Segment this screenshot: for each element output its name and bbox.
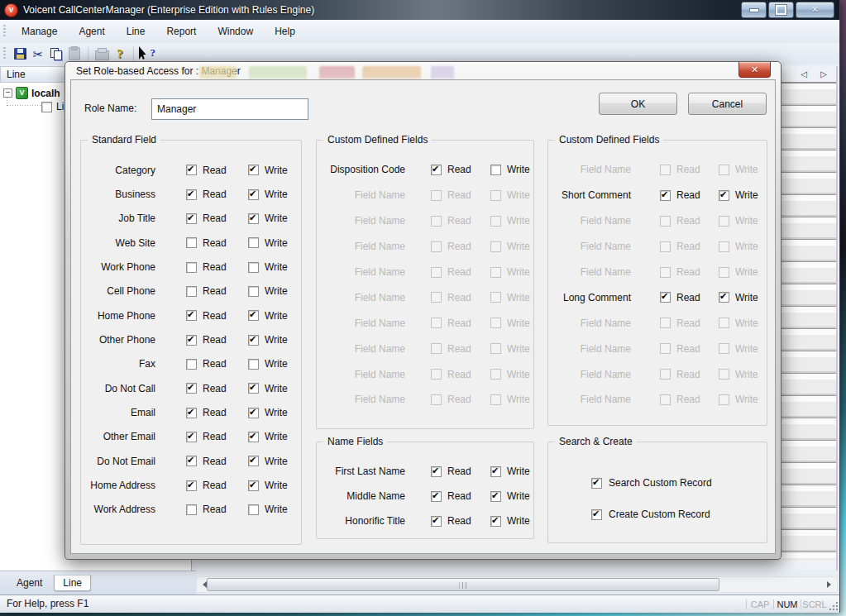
help-button[interactable]: ?	[111, 45, 129, 62]
option-create-custom-record[interactable]: ✔Create Custom Record	[591, 509, 710, 520]
write-checkbox	[490, 318, 501, 328]
field-label: Field Name	[548, 164, 660, 175]
write-checkbox[interactable]: ✔	[248, 165, 259, 175]
desktop: V Voicent CallCenterManager (Enterprise …	[0, 0, 846, 616]
background-tab	[319, 66, 355, 79]
cut-button[interactable]: ✂	[29, 45, 47, 62]
collapse-icon[interactable]: −	[3, 88, 12, 98]
toolbar-grip	[3, 25, 6, 38]
read-checkbox[interactable]: ✔	[186, 432, 197, 442]
menu-item-line[interactable]: Line	[116, 21, 156, 43]
check-mark-icon: ✔	[249, 212, 256, 223]
check-mark-icon: ✔	[187, 212, 194, 223]
context-help-button[interactable]: ?	[138, 45, 156, 62]
write-checkbox[interactable]: ✔	[490, 466, 501, 477]
tab-scroll-right-button[interactable]: ▷	[816, 68, 831, 80]
read-checkbox[interactable]: ✔	[431, 466, 442, 477]
write-checkbox[interactable]	[248, 359, 259, 370]
check-mark-icon: ✔	[249, 164, 256, 174]
field-label: Field Name	[548, 318, 660, 329]
read-checkbox[interactable]: ✔	[431, 165, 442, 175]
read-checkbox[interactable]: ✔	[431, 516, 442, 527]
write-checkbox[interactable]: ✔	[248, 213, 259, 224]
write-checkbox[interactable]: ✔	[248, 432, 259, 442]
write-checkbox[interactable]	[248, 286, 259, 297]
field-label: Home Phone	[81, 310, 186, 322]
tab-scroll-left-button[interactable]: ◁	[796, 68, 811, 80]
read-checkbox[interactable]: ✔	[186, 480, 197, 491]
check-mark-icon: ✔	[432, 164, 439, 174]
read-checkbox[interactable]	[186, 237, 197, 248]
scrollbar-thumb[interactable]	[207, 578, 719, 591]
horizontal-scrollbar[interactable]	[196, 576, 838, 593]
copy-button[interactable]	[47, 45, 65, 62]
option-search-custom-record[interactable]: ✔Search Custom Record	[591, 477, 712, 489]
menu-item-help[interactable]: Help	[264, 21, 306, 43]
menu-item-report[interactable]: Report	[155, 21, 207, 43]
write-checkbox[interactable]: ✔	[248, 480, 259, 491]
write-checkbox[interactable]	[248, 237, 259, 248]
tab-line[interactable]: Line	[54, 575, 91, 591]
read-checkbox[interactable]: ✔	[186, 310, 197, 321]
write-checkbox[interactable]: ✔	[490, 491, 501, 502]
write-checkbox[interactable]: ✔	[490, 516, 501, 527]
read-checkbox[interactable]: ✔	[186, 213, 197, 224]
role-name-input[interactable]	[151, 98, 308, 120]
write-checkbox[interactable]	[490, 165, 501, 175]
read-checkbox[interactable]	[186, 286, 197, 297]
ok-button[interactable]: OK	[599, 93, 677, 115]
write-checkbox[interactable]	[248, 262, 259, 273]
field-label: Fax	[81, 358, 186, 370]
scroll-right-button[interactable]	[822, 578, 836, 591]
read-checkbox[interactable]: ✔	[186, 408, 197, 418]
read-checkbox[interactable]	[186, 262, 197, 273]
search-custom-record-checkbox[interactable]: ✔	[591, 478, 602, 489]
menu-item-agent[interactable]: Agent	[68, 21, 115, 43]
write-checkbox	[719, 216, 729, 227]
read-checkbox[interactable]: ✔	[186, 165, 197, 175]
paste-button[interactable]	[65, 45, 84, 62]
save-button[interactable]	[11, 45, 29, 62]
create-custom-record-checkbox[interactable]: ✔	[591, 509, 602, 520]
write-checkbox[interactable]: ✔	[719, 190, 729, 201]
tree-item-localhost[interactable]: − V localh	[3, 87, 60, 99]
read-checkbox[interactable]: ✔	[186, 335, 197, 346]
field-row-job-title: Job Title✔Read✔Write	[81, 207, 301, 231]
tab-agent[interactable]: Agent	[8, 575, 50, 590]
write-checkbox[interactable]: ✔	[248, 408, 259, 418]
read-checkbox[interactable]: ✔	[186, 189, 197, 200]
menu-item-manage[interactable]: Manage	[11, 21, 68, 43]
read-checkbox[interactable]	[186, 359, 197, 370]
read-checkbox[interactable]: ✔	[660, 292, 671, 303]
tree-item-line[interactable]: Li	[41, 101, 64, 112]
write-checkbox[interactable]: ✔	[248, 189, 259, 200]
read-checkbox[interactable]	[186, 504, 197, 515]
custom-fields-group-2: Custom Defined Fields Field NameReadWrit…	[547, 140, 767, 426]
write-checkbox[interactable]: ✔	[248, 310, 259, 321]
read-checkbox[interactable]: ✔	[186, 383, 197, 394]
field-row-business: Business✔Read✔Write	[81, 182, 301, 206]
write-checkbox[interactable]: ✔	[248, 456, 259, 466]
close-button[interactable]: ✕	[796, 2, 834, 18]
write-checkbox[interactable]: ✔	[719, 292, 729, 303]
resize-grip[interactable]	[829, 601, 839, 611]
write-checkbox[interactable]	[248, 504, 259, 515]
write-checkbox[interactable]: ✔	[248, 383, 259, 394]
dialog-close-button[interactable]: ✕	[738, 62, 771, 78]
cancel-button[interactable]: Cancel	[688, 93, 767, 115]
read-checkbox[interactable]: ✔	[186, 456, 197, 466]
line-checkbox[interactable]	[41, 102, 52, 112]
read-permission: Read	[431, 369, 490, 380]
read-permission: Read	[660, 266, 719, 278]
write-checkbox	[719, 165, 729, 175]
read-checkbox[interactable]: ✔	[431, 491, 442, 502]
status-bar: For Help, press F1 CAPNUMSCRL	[0, 595, 839, 613]
write-checkbox[interactable]: ✔	[248, 335, 259, 346]
maximize-button[interactable]	[768, 2, 794, 18]
menu-item-window[interactable]: Window	[207, 21, 264, 43]
read-permission: Read	[186, 504, 248, 515]
write-permission: Write	[490, 292, 533, 303]
read-checkbox[interactable]: ✔	[660, 190, 671, 201]
print-button[interactable]	[93, 45, 111, 62]
minimize-button[interactable]	[741, 2, 767, 18]
